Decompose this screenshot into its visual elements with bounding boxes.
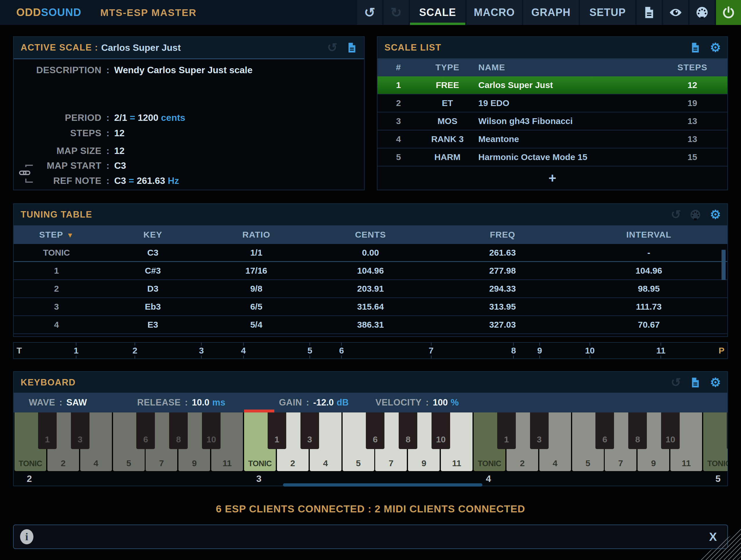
- column-ratio[interactable]: RATIO: [206, 230, 306, 239]
- param-value[interactable]: SAW: [66, 397, 87, 408]
- key-step-3-oct4[interactable]: 3: [530, 412, 549, 449]
- period-field[interactable]: PERIOD : 2/1 = 1200 cents: [20, 111, 358, 124]
- field-colon: :: [102, 160, 114, 171]
- gear-icon[interactable]: ⚙: [710, 209, 721, 221]
- tab-macro[interactable]: MACRO: [467, 0, 522, 25]
- file-icon[interactable]: [689, 42, 701, 54]
- param-value[interactable]: -12.0: [313, 397, 334, 408]
- column-interval[interactable]: INTERVAL: [570, 230, 727, 239]
- tuning-row-tonic[interactable]: TONICC31/10.00261.63-: [14, 244, 727, 262]
- column-cents[interactable]: CENTS: [306, 230, 435, 239]
- keyboard-octave-2: TONIC2457911136810: [14, 412, 244, 472]
- redo-button[interactable]: ↻: [384, 0, 409, 25]
- ruler-label-3: 3: [196, 346, 207, 355]
- field-value[interactable]: 12: [114, 145, 358, 156]
- visibility-button[interactable]: [663, 0, 688, 25]
- undo-icon[interactable]: ↺: [327, 42, 337, 54]
- key-step-10-oct2[interactable]: 10: [202, 412, 220, 449]
- key-label: TONIC: [707, 459, 728, 468]
- key-step-8-oct2[interactable]: 8: [169, 412, 188, 449]
- gear-icon[interactable]: ⚙: [710, 376, 721, 389]
- active-scale-name[interactable]: Carlos Super Just: [101, 43, 181, 53]
- scale-list-row-3[interactable]: 3MOSWilson gh43 Fibonacci13: [378, 113, 727, 130]
- cell-num: 1: [378, 80, 419, 90]
- key-step-1-oct2[interactable]: 1: [38, 412, 57, 449]
- field-value[interactable]: 2/1 = 1200 cents: [114, 113, 358, 123]
- key-label: 7: [159, 458, 164, 468]
- link-icon[interactable]: [19, 167, 30, 179]
- field-value[interactable]: 12: [114, 128, 358, 139]
- undo-icon[interactable]: ↺: [671, 376, 681, 389]
- param-colon: :: [426, 397, 428, 408]
- key-step-1-oct3[interactable]: 1: [268, 412, 286, 449]
- add-scale-button[interactable]: +: [378, 166, 727, 190]
- midi-button[interactable]: [689, 0, 715, 25]
- keyboard-scrollbar[interactable]: [283, 483, 482, 487]
- key-step-3-oct3[interactable]: 3: [300, 412, 319, 449]
- scale-list-row-2[interactable]: 2ET19 EDO19: [378, 94, 727, 113]
- tuning-row-1[interactable]: 1C#317/16104.96277.98104.96: [14, 262, 727, 280]
- cell-steps: 15: [657, 152, 727, 162]
- tuning-row-3[interactable]: 3Eb36/5315.64313.95111.73: [14, 298, 727, 316]
- map-size-field[interactable]: MAP SIZE : 12: [20, 144, 358, 157]
- key-step-8-oct3[interactable]: 8: [399, 412, 417, 449]
- power-button[interactable]: [716, 0, 741, 25]
- param-velocity[interactable]: VELOCITY:100%: [376, 393, 459, 412]
- cell-type: MOS: [419, 116, 475, 126]
- file-icon[interactable]: [689, 377, 701, 388]
- top-bar: ODDSOUND MTS-ESP MASTER ↺ ↻ SCALEMACROGR…: [0, 0, 741, 25]
- field-colon: :: [102, 176, 114, 186]
- gear-icon[interactable]: ⚙: [710, 42, 721, 54]
- tab-setup[interactable]: SETUP: [580, 0, 635, 25]
- undo-icon[interactable]: ↺: [671, 209, 681, 221]
- tuning-row-2[interactable]: 2D39/8203.91294.3398.95: [14, 280, 727, 298]
- field-part: 12: [114, 145, 125, 156]
- param-wave[interactable]: WAVE:SAW: [29, 393, 87, 412]
- field-part: cents: [161, 113, 185, 123]
- midi-din-icon[interactable]: [689, 209, 701, 220]
- key-step-8-oct4[interactable]: 8: [628, 412, 647, 449]
- key-step-10-oct3[interactable]: 10: [431, 412, 450, 449]
- key-label: 8: [176, 434, 181, 444]
- column-step[interactable]: STEP▼: [14, 230, 99, 239]
- tuning-table-scrollbar[interactable]: [722, 250, 726, 280]
- key-step-6-oct2[interactable]: 6: [136, 412, 155, 449]
- param-value[interactable]: 10.0: [192, 397, 209, 408]
- tuning-file-button[interactable]: [637, 0, 662, 25]
- tuning-row-4[interactable]: 4E35/4386.31327.0370.67: [14, 316, 727, 334]
- column-freq[interactable]: FREQ: [435, 230, 570, 239]
- key-step-1-oct4[interactable]: 1: [497, 412, 516, 449]
- key-label: 10: [665, 434, 675, 444]
- scale-list-row-1[interactable]: 1FREECarlos Super Just12: [378, 76, 727, 94]
- close-button[interactable]: X: [709, 531, 717, 544]
- key-step-6-oct4[interactable]: 6: [595, 412, 614, 449]
- scale-list-row-5[interactable]: 5HARMHarmonic Octave Mode 1515: [378, 148, 727, 166]
- file-icon[interactable]: [346, 42, 358, 54]
- field-value[interactable]: Wendy Carlos Super Just scale: [114, 65, 358, 75]
- steps-field[interactable]: STEPS : 12: [20, 127, 358, 139]
- key-step-10-oct4[interactable]: 10: [661, 412, 680, 449]
- param-value[interactable]: 100: [433, 397, 448, 408]
- tab-scale[interactable]: SCALE: [410, 0, 465, 25]
- scale-list-panel: SCALE LIST ⚙ # TYPE NAME STEPS 1FREECarl…: [377, 36, 728, 190]
- key-step-1-oct5[interactable]: 1: [727, 412, 728, 449]
- map-start-field[interactable]: MAP START : C3: [20, 159, 358, 172]
- key-step-6-oct3[interactable]: 6: [366, 412, 385, 449]
- key-label: 6: [373, 434, 378, 444]
- field-value[interactable]: C3: [114, 160, 358, 171]
- param-gain[interactable]: GAIN:-12.0dB: [279, 393, 349, 412]
- description-field[interactable]: DESCRIPTION : Wendy Carlos Super Just sc…: [20, 64, 358, 76]
- logo-part1: ODD: [16, 6, 41, 18]
- key-step-3-oct2[interactable]: 3: [71, 412, 89, 449]
- keyboard-octave-5: TONIC2457911136810: [703, 412, 728, 472]
- key-label: 8: [635, 434, 640, 444]
- column-key[interactable]: KEY: [99, 230, 206, 239]
- field-value[interactable]: C3 = 261.63 Hz: [114, 176, 358, 186]
- scale-list-row-4[interactable]: 4RANK 3Meantone13: [378, 130, 727, 148]
- tab-graph[interactable]: GRAPH: [523, 0, 579, 25]
- key-tonic-oct5[interactable]: TONIC: [703, 412, 728, 471]
- undo-button[interactable]: ↺: [357, 0, 382, 25]
- param-release[interactable]: RELEASE:10.0ms: [137, 393, 225, 412]
- tuning-table-header: TUNING TABLE ↺ ⚙: [14, 204, 727, 226]
- ref-note-field[interactable]: REF NOTE : C3 = 261.63 Hz: [20, 174, 358, 187]
